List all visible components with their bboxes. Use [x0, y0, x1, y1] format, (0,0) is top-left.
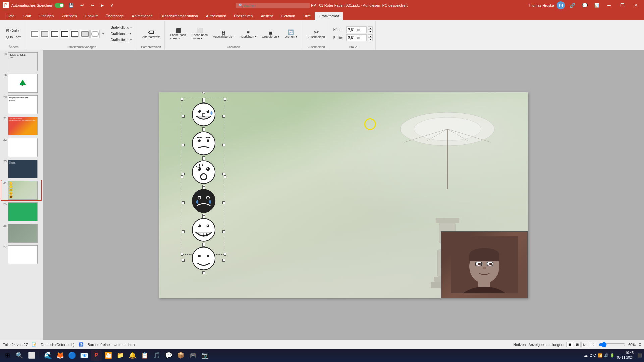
handle-top-left[interactable] [181, 98, 183, 101]
handle-mid-right[interactable] [224, 175, 226, 178]
inner-handle-left3[interactable] [182, 173, 185, 175]
minimize-btn[interactable]: ─ [604, 0, 614, 11]
comments-icon[interactable]: 💬 [580, 2, 590, 9]
taskbar-icon6[interactable]: 🎦 [103, 350, 114, 361]
taskbar-icon7[interactable]: 📁 [115, 350, 126, 361]
canvas-area[interactable] [43, 50, 644, 340]
tab-uebergange[interactable]: Übergänge [102, 12, 128, 20]
save-btn[interactable]: 💾 [67, 2, 76, 8]
tab-zeichnen[interactable]: Zeichnen [58, 12, 81, 20]
tab-dictation[interactable]: Dictation [277, 12, 299, 20]
emoji-1[interactable] [183, 101, 224, 129]
task-view-btn[interactable]: ⬜ [26, 350, 37, 361]
fit-window-btn[interactable]: ⊡ [638, 342, 641, 347]
width-down-btn[interactable]: ▼ [368, 38, 373, 41]
view-settings-btn[interactable]: Anzeigeeinstellungen [528, 343, 564, 347]
taskbar-chrome[interactable]: 🔵 [67, 350, 77, 361]
search-taskbar-btn[interactable]: 🔍 [14, 350, 25, 361]
slide-item-27[interactable]: 27 [1, 245, 41, 265]
inner-handle-left5[interactable] [182, 230, 185, 233]
alternativtext-btn[interactable]: 🏷 Alternativtext [140, 28, 162, 40]
tab-grafikformat[interactable]: Grafikformat [315, 12, 343, 20]
inner-handle-top6[interactable] [202, 244, 205, 247]
gruppieren-btn[interactable]: ▣ Gruppieren ▾ [260, 28, 282, 40]
undo-btn[interactable]: ↩ [78, 2, 86, 8]
shape-3[interactable] [50, 30, 59, 38]
width-input[interactable] [346, 34, 367, 41]
user-avatar[interactable]: TH [557, 1, 565, 9]
inner-handle-right5[interactable] [222, 230, 225, 233]
accessibility-status[interactable]: Barrierefreiheit: Untersuchen [88, 343, 135, 347]
tab-ansicht[interactable]: Ansicht [257, 12, 277, 20]
slide-item-22[interactable]: 22 [1, 137, 41, 158]
grafik-andern-btn[interactable]: 🖼 Grafik [4, 28, 23, 34]
reading-view-btn[interactable]: ▷ [581, 342, 588, 347]
rotation-handle[interactable] [202, 92, 205, 94]
taskbar-icon14[interactable]: 📷 [200, 350, 210, 361]
search-input[interactable] [243, 3, 304, 7]
tab-datei[interactable]: Datei [3, 12, 19, 20]
emoji-6[interactable] [183, 245, 224, 273]
taskbar-icon13[interactable]: 🎮 [187, 350, 198, 361]
inner-handle-top3[interactable] [202, 158, 205, 160]
more-styles-btn[interactable]: ▾ [100, 31, 106, 37]
taskbar-icon8[interactable]: 🔔 [127, 350, 138, 361]
slide-item-18[interactable]: 18 Schritt für Schritt • Item 1 [1, 52, 41, 72]
emoji-2[interactable] [183, 130, 224, 158]
shape-7[interactable] [90, 30, 100, 38]
slide-panel[interactable]: 18 Schritt für Schritt • Item 1 19 🌲 20 … [0, 50, 43, 340]
redo-btn[interactable]: ↪ [89, 2, 96, 8]
zoom-slider[interactable] [599, 342, 626, 347]
width-up-btn[interactable]: ▲ [368, 34, 373, 38]
tab-einfuegen[interactable]: Einfügen [35, 12, 58, 20]
close-btn[interactable]: ✕ [631, 0, 641, 11]
emoji-5[interactable] [183, 217, 224, 244]
zuschneiden-btn[interactable]: ✂ Zuschneiden [306, 28, 327, 40]
slide-item-19[interactable]: 19 🌲 [1, 73, 41, 93]
inner-handle-top[interactable] [202, 100, 205, 103]
emoji-4[interactable] [183, 188, 224, 215]
shape-4[interactable] [60, 30, 69, 38]
start-btn[interactable]: ⊞ [2, 350, 13, 361]
inner-handle-left4[interactable] [182, 201, 185, 204]
taskbar-icon12[interactable]: 📦 [175, 350, 186, 361]
handle-top-right[interactable] [224, 98, 226, 101]
fullscreen-btn[interactable]: ⛶ [589, 342, 596, 347]
shape-2[interactable] [40, 30, 49, 38]
shape-5[interactable] [70, 30, 79, 38]
slide-item-23[interactable]: 23 Objekte ausrichten [1, 159, 41, 179]
system-tray[interactable]: 📶 🔊 🔋 [598, 353, 615, 358]
tab-aufzeichnen[interactable]: Aufzeichnen [202, 12, 230, 20]
height-input[interactable] [346, 26, 367, 33]
emoji-object[interactable] [182, 99, 225, 255]
emoji-3[interactable] [183, 159, 224, 186]
inner-handle-left6[interactable] [182, 259, 185, 262]
show-desktop-btn[interactable]: ⬛ [636, 353, 642, 358]
notes-btn[interactable]: Notizen [513, 343, 526, 347]
restore-btn[interactable]: ❐ [617, 0, 628, 11]
inner-handle-bot6[interactable] [202, 272, 205, 274]
grafikfuellung-btn[interactable]: Grafikfüllung ▾ [108, 25, 134, 31]
tab-ueberpruefen[interactable]: Überprüfen [230, 12, 257, 20]
ausrichten-btn[interactable]: ≡ Ausrichten ▾ [238, 28, 259, 40]
handle-bot-left[interactable] [181, 253, 183, 256]
language-display[interactable]: Deutsch (Österreich) [41, 343, 74, 347]
taskbar-powerpoint[interactable]: P [91, 350, 102, 361]
grafikeffekte-btn[interactable]: Grafikeffekte ▾ [108, 37, 134, 43]
slide-canvas[interactable] [159, 92, 528, 298]
clock[interactable]: 10:45 05.11.2024 [617, 351, 634, 360]
inner-handle-top5[interactable] [202, 215, 205, 218]
autosave-toggle[interactable]: Automatisches Speichern [11, 3, 64, 8]
inner-handle-top4[interactable] [202, 186, 205, 189]
inner-handle-right4[interactable] [222, 201, 225, 204]
share-icon[interactable]: 🔗 [568, 2, 577, 9]
height-down-btn[interactable]: ▼ [368, 30, 373, 33]
shape-1[interactable] [30, 30, 39, 38]
slide-item-26[interactable]: 26 [1, 223, 41, 243]
inner-handle-left2[interactable] [182, 144, 185, 146]
slide-sorter-btn[interactable]: ⊞ [574, 342, 581, 347]
grafikkontur-btn[interactable]: Grafikkontur ▾ [108, 31, 134, 37]
taskbar-icon9[interactable]: 📋 [139, 350, 150, 361]
slide-item-20[interactable]: 20 Objekte auswählen • Item 1 [1, 95, 41, 115]
auswahlbereich-btn[interactable]: ▦ Auswahlbereich [211, 28, 236, 40]
